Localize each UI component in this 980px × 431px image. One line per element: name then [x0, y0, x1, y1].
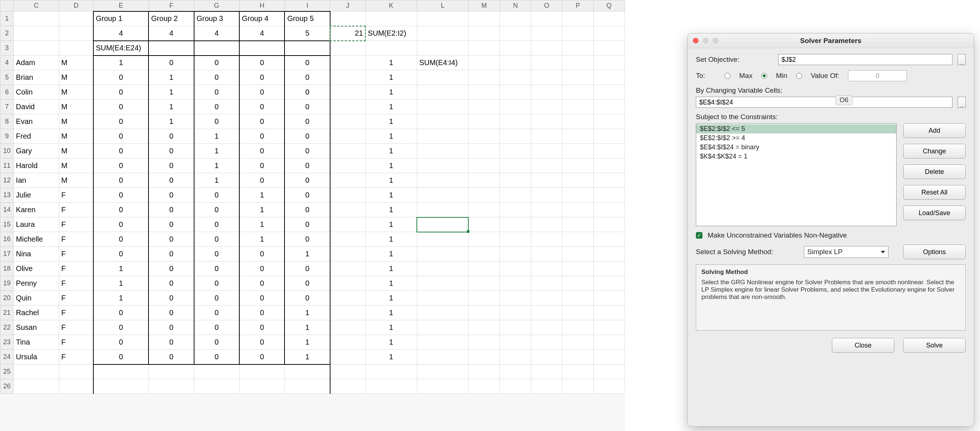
cell-G4[interactable]: 0: [194, 56, 239, 70]
cell-Q25[interactable]: [593, 364, 625, 379]
cell-D6[interactable]: M: [59, 85, 93, 100]
cell-F17[interactable]: 0: [148, 247, 194, 262]
cell-F14[interactable]: 0: [148, 203, 194, 217]
cell-H6[interactable]: 0: [239, 85, 285, 100]
cell-K9[interactable]: 1: [365, 129, 417, 144]
cell-C1[interactable]: [14, 11, 59, 26]
cell-E23[interactable]: 0: [93, 335, 149, 350]
cell-P23[interactable]: [562, 335, 593, 350]
cell-O8[interactable]: [531, 114, 562, 129]
cell-N22[interactable]: [500, 320, 531, 335]
cell-H24[interactable]: 0: [239, 350, 285, 364]
cell-C18[interactable]: Olive: [14, 262, 59, 276]
cell-N16[interactable]: [500, 232, 531, 247]
cell-H17[interactable]: 0: [239, 247, 285, 262]
cell-H7[interactable]: 0: [239, 100, 285, 114]
cell-O2[interactable]: [531, 26, 562, 41]
cell-L15[interactable]: [417, 217, 468, 232]
cell-L19[interactable]: [417, 276, 468, 291]
dialog-titlebar[interactable]: Solver Parameters: [688, 34, 974, 48]
cell-F13[interactable]: 0: [148, 188, 194, 203]
row-header-5[interactable]: 5: [0, 70, 14, 85]
cell-O18[interactable]: [531, 262, 562, 276]
cell-O15[interactable]: [531, 217, 562, 232]
cell-G2[interactable]: 4: [194, 26, 239, 41]
cell-L7[interactable]: [417, 100, 468, 114]
cell-E26[interactable]: [93, 379, 149, 394]
col-header-H[interactable]: H: [239, 0, 285, 11]
cell-J16[interactable]: [330, 232, 365, 247]
cell-E17[interactable]: 0: [93, 247, 149, 262]
cell-M19[interactable]: [468, 276, 500, 291]
cell-Q5[interactable]: [593, 70, 625, 85]
cell-K25[interactable]: [365, 364, 417, 379]
col-header-E[interactable]: E: [93, 0, 149, 11]
cell-M26[interactable]: [468, 379, 500, 394]
row-header-1[interactable]: 1: [0, 11, 14, 26]
cell-N13[interactable]: [500, 188, 531, 203]
cell-J17[interactable]: [330, 247, 365, 262]
cell-N18[interactable]: [500, 262, 531, 276]
cell-N1[interactable]: [500, 11, 531, 26]
cell-J12[interactable]: [330, 173, 365, 188]
row-header-10[interactable]: 10: [0, 144, 14, 158]
cell-J10[interactable]: [330, 144, 365, 158]
cell-H8[interactable]: 0: [239, 114, 285, 129]
cell-E13[interactable]: 0: [93, 188, 149, 203]
cell-I20[interactable]: 0: [285, 291, 330, 306]
cell-N10[interactable]: [500, 144, 531, 158]
solve-button[interactable]: Solve: [903, 338, 966, 353]
cell-G13[interactable]: 0: [194, 188, 239, 203]
cell-F18[interactable]: 0: [148, 262, 194, 276]
cell-C3[interactable]: [14, 41, 59, 56]
cell-Q16[interactable]: [593, 232, 625, 247]
cell-O3[interactable]: [531, 41, 562, 56]
cell-I8[interactable]: 0: [285, 114, 330, 129]
cell-E22[interactable]: 0: [93, 320, 149, 335]
cell-N26[interactable]: [500, 379, 531, 394]
cell-C19[interactable]: Penny: [14, 276, 59, 291]
cell-P1[interactable]: [562, 11, 593, 26]
nonneg-checkbox[interactable]: ✓: [696, 232, 702, 239]
cell-H9[interactable]: 0: [239, 129, 285, 144]
cell-G10[interactable]: 1: [194, 144, 239, 158]
cell-C10[interactable]: Gary: [14, 144, 59, 158]
cell-Q7[interactable]: [593, 100, 625, 114]
cell-P21[interactable]: [562, 306, 593, 320]
cell-K23[interactable]: 1: [365, 335, 417, 350]
cell-M9[interactable]: [468, 129, 500, 144]
row-header-21[interactable]: 21: [0, 306, 14, 320]
cell-L10[interactable]: [417, 144, 468, 158]
cell-G5[interactable]: 0: [194, 70, 239, 85]
cell-I3[interactable]: [285, 41, 330, 56]
cell-E18[interactable]: 1: [93, 262, 149, 276]
cell-D26[interactable]: [59, 379, 93, 394]
cell-F2[interactable]: 4: [148, 26, 194, 41]
cell-Q13[interactable]: [593, 188, 625, 203]
cell-D16[interactable]: F: [59, 232, 93, 247]
cell-E4[interactable]: 1: [93, 56, 149, 70]
cell-K1[interactable]: [365, 11, 417, 26]
cell-C15[interactable]: Laura: [14, 217, 59, 232]
cell-I12[interactable]: 0: [285, 173, 330, 188]
row-header-11[interactable]: 11: [0, 158, 14, 173]
cell-F4[interactable]: 0: [148, 56, 194, 70]
close-button[interactable]: Close: [832, 338, 894, 353]
cell-F3[interactable]: [148, 41, 194, 56]
cell-G19[interactable]: 0: [194, 276, 239, 291]
constraint-item[interactable]: $E$4:$I$24 = binary: [696, 143, 896, 152]
constraint-item[interactable]: $E$2:$I$2 >= 4: [696, 134, 896, 143]
cell-J2[interactable]: 21: [330, 26, 365, 41]
cell-P17[interactable]: [562, 247, 593, 262]
cell-I18[interactable]: 0: [285, 262, 330, 276]
cell-H18[interactable]: 0: [239, 262, 285, 276]
cell-K15[interactable]: 1: [365, 217, 417, 232]
cell-M16[interactable]: [468, 232, 500, 247]
cell-M4[interactable]: [468, 56, 500, 70]
cell-D2[interactable]: [59, 26, 93, 41]
cell-M3[interactable]: [468, 41, 500, 56]
cell-C2[interactable]: [14, 26, 59, 41]
col-header-P[interactable]: P: [562, 0, 593, 11]
cell-F10[interactable]: 0: [148, 144, 194, 158]
cell-M20[interactable]: [468, 291, 500, 306]
